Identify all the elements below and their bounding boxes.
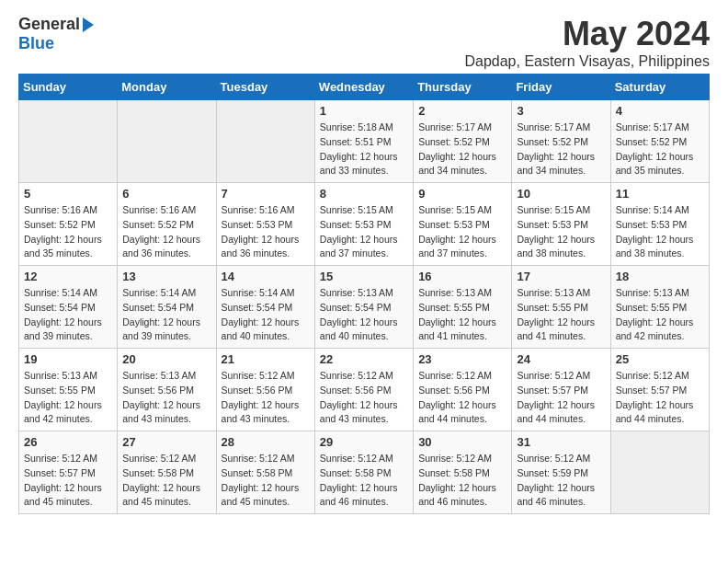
day-info: Sunrise: 5:12 AMSunset: 5:58 PMDaylight:… xyxy=(122,452,210,510)
day-cell: 22 Sunrise: 5:12 AMSunset: 5:56 PMDaylig… xyxy=(314,349,413,431)
day-cell: 19 Sunrise: 5:13 AMSunset: 5:55 PMDaylig… xyxy=(19,349,118,431)
logo-general-text: General xyxy=(18,15,80,34)
day-cell: 27 Sunrise: 5:12 AMSunset: 5:58 PMDaylig… xyxy=(118,431,216,514)
title-block: May 2024 Dapdap, Eastern Visayas, Philip… xyxy=(464,15,710,70)
calendar-body: 1 Sunrise: 5:18 AMSunset: 5:51 PMDayligh… xyxy=(19,100,710,514)
day-cell: 11 Sunrise: 5:14 AMSunset: 5:53 PMDaylig… xyxy=(610,183,709,266)
day-cell: 2 Sunrise: 5:17 AMSunset: 5:52 PMDayligh… xyxy=(414,100,512,183)
day-number: 31 xyxy=(517,435,605,449)
day-info: Sunrise: 5:17 AMSunset: 5:52 PMDaylight:… xyxy=(616,121,704,178)
day-number: 9 xyxy=(418,187,506,201)
day-number: 10 xyxy=(517,187,605,201)
day-info: Sunrise: 5:17 AMSunset: 5:52 PMDaylight:… xyxy=(517,121,605,178)
day-number: 17 xyxy=(517,270,605,283)
day-cell: 15 Sunrise: 5:13 AMSunset: 5:54 PMDaylig… xyxy=(314,266,413,349)
day-cell: 21 Sunrise: 5:12 AMSunset: 5:56 PMDaylig… xyxy=(216,349,314,431)
calendar-header: SundayMondayTuesdayWednesdayThursdayFrid… xyxy=(19,75,710,100)
day-info: Sunrise: 5:14 AMSunset: 5:54 PMDaylight:… xyxy=(122,286,210,344)
day-number: 20 xyxy=(122,352,210,366)
header-friday: Friday xyxy=(512,75,610,100)
day-cell: 6 Sunrise: 5:16 AMSunset: 5:52 PMDayligh… xyxy=(118,183,216,266)
day-info: Sunrise: 5:12 AMSunset: 5:59 PMDaylight:… xyxy=(517,452,605,510)
day-number: 22 xyxy=(320,352,408,366)
day-info: Sunrise: 5:17 AMSunset: 5:52 PMDaylight:… xyxy=(418,121,506,178)
header-thursday: Thursday xyxy=(414,75,512,100)
day-cell: 20 Sunrise: 5:13 AMSunset: 5:56 PMDaylig… xyxy=(118,349,216,431)
subtitle: Dapdap, Eastern Visayas, Philippines xyxy=(464,53,710,70)
day-number: 15 xyxy=(320,270,408,283)
calendar-table: SundayMondayTuesdayWednesdayThursdayFrid… xyxy=(18,74,710,514)
day-cell: 5 Sunrise: 5:16 AMSunset: 5:52 PMDayligh… xyxy=(19,183,118,266)
day-info: Sunrise: 5:14 AMSunset: 5:53 PMDaylight:… xyxy=(616,203,704,261)
day-cell: 29 Sunrise: 5:12 AMSunset: 5:58 PMDaylig… xyxy=(314,431,413,514)
day-cell: 30 Sunrise: 5:12 AMSunset: 5:58 PMDaylig… xyxy=(414,431,512,514)
main-title: May 2024 xyxy=(464,15,710,53)
day-number: 3 xyxy=(517,104,605,118)
day-cell: 13 Sunrise: 5:14 AMSunset: 5:54 PMDaylig… xyxy=(118,266,216,349)
day-cell: 1 Sunrise: 5:18 AMSunset: 5:51 PMDayligh… xyxy=(314,100,413,183)
day-info: Sunrise: 5:13 AMSunset: 5:55 PMDaylight:… xyxy=(418,286,506,344)
day-number: 13 xyxy=(122,270,210,283)
day-info: Sunrise: 5:12 AMSunset: 5:58 PMDaylight:… xyxy=(418,452,506,510)
day-cell: 9 Sunrise: 5:15 AMSunset: 5:53 PMDayligh… xyxy=(414,183,512,266)
day-number: 30 xyxy=(418,435,506,449)
week-row-2: 12 Sunrise: 5:14 AMSunset: 5:54 PMDaylig… xyxy=(19,266,710,349)
day-info: Sunrise: 5:16 AMSunset: 5:52 PMDaylight:… xyxy=(122,203,210,261)
day-cell: 24 Sunrise: 5:12 AMSunset: 5:57 PMDaylig… xyxy=(512,349,610,431)
day-info: Sunrise: 5:16 AMSunset: 5:52 PMDaylight:… xyxy=(24,203,112,261)
day-info: Sunrise: 5:12 AMSunset: 5:56 PMDaylight:… xyxy=(418,369,506,427)
day-cell xyxy=(610,431,709,514)
week-row-4: 26 Sunrise: 5:12 AMSunset: 5:57 PMDaylig… xyxy=(19,431,710,514)
day-info: Sunrise: 5:12 AMSunset: 5:57 PMDaylight:… xyxy=(24,452,112,510)
day-info: Sunrise: 5:16 AMSunset: 5:53 PMDaylight:… xyxy=(222,203,310,261)
day-number: 27 xyxy=(122,435,210,449)
day-number: 8 xyxy=(320,187,408,201)
day-cell: 16 Sunrise: 5:13 AMSunset: 5:55 PMDaylig… xyxy=(414,266,512,349)
day-number: 19 xyxy=(24,352,112,366)
week-row-3: 19 Sunrise: 5:13 AMSunset: 5:55 PMDaylig… xyxy=(19,349,710,431)
day-info: Sunrise: 5:13 AMSunset: 5:56 PMDaylight:… xyxy=(122,369,210,427)
day-cell: 31 Sunrise: 5:12 AMSunset: 5:59 PMDaylig… xyxy=(512,431,610,514)
day-number: 1 xyxy=(320,104,408,118)
day-number: 5 xyxy=(24,187,112,201)
day-info: Sunrise: 5:12 AMSunset: 5:57 PMDaylight:… xyxy=(517,369,605,427)
day-cell: 17 Sunrise: 5:13 AMSunset: 5:55 PMDaylig… xyxy=(512,266,610,349)
day-number: 6 xyxy=(122,187,210,201)
day-cell: 14 Sunrise: 5:14 AMSunset: 5:54 PMDaylig… xyxy=(216,266,314,349)
day-number: 7 xyxy=(222,187,310,201)
day-number: 21 xyxy=(222,352,310,366)
day-info: Sunrise: 5:13 AMSunset: 5:55 PMDaylight:… xyxy=(616,286,704,344)
day-cell: 23 Sunrise: 5:12 AMSunset: 5:56 PMDaylig… xyxy=(414,349,512,431)
day-cell xyxy=(118,100,216,183)
page-header: General Blue May 2024 Dapdap, Eastern Vi… xyxy=(18,15,710,70)
day-number: 29 xyxy=(320,435,408,449)
day-number: 26 xyxy=(24,435,112,449)
day-info: Sunrise: 5:15 AMSunset: 5:53 PMDaylight:… xyxy=(320,203,408,261)
day-info: Sunrise: 5:13 AMSunset: 5:55 PMDaylight:… xyxy=(517,286,605,344)
day-info: Sunrise: 5:12 AMSunset: 5:58 PMDaylight:… xyxy=(320,452,408,510)
header-tuesday: Tuesday xyxy=(216,75,314,100)
day-cell: 10 Sunrise: 5:15 AMSunset: 5:53 PMDaylig… xyxy=(512,183,610,266)
day-info: Sunrise: 5:12 AMSunset: 5:58 PMDaylight:… xyxy=(222,452,310,510)
header-monday: Monday xyxy=(118,75,216,100)
header-wednesday: Wednesday xyxy=(314,75,413,100)
day-info: Sunrise: 5:15 AMSunset: 5:53 PMDaylight:… xyxy=(418,203,506,261)
day-cell: 4 Sunrise: 5:17 AMSunset: 5:52 PMDayligh… xyxy=(610,100,709,183)
week-row-0: 1 Sunrise: 5:18 AMSunset: 5:51 PMDayligh… xyxy=(19,100,710,183)
day-info: Sunrise: 5:18 AMSunset: 5:51 PMDaylight:… xyxy=(320,121,408,178)
logo-arrow-icon xyxy=(83,17,94,32)
day-number: 18 xyxy=(616,270,704,283)
header-saturday: Saturday xyxy=(610,75,709,100)
day-cell: 8 Sunrise: 5:15 AMSunset: 5:53 PMDayligh… xyxy=(314,183,413,266)
day-cell: 25 Sunrise: 5:12 AMSunset: 5:57 PMDaylig… xyxy=(610,349,709,431)
day-cell xyxy=(216,100,314,183)
day-info: Sunrise: 5:14 AMSunset: 5:54 PMDaylight:… xyxy=(24,286,112,344)
day-cell: 18 Sunrise: 5:13 AMSunset: 5:55 PMDaylig… xyxy=(610,266,709,349)
logo: General Blue xyxy=(18,15,94,53)
day-cell: 28 Sunrise: 5:12 AMSunset: 5:58 PMDaylig… xyxy=(216,431,314,514)
day-number: 14 xyxy=(222,270,310,283)
day-info: Sunrise: 5:13 AMSunset: 5:55 PMDaylight:… xyxy=(24,369,112,427)
day-number: 2 xyxy=(418,104,506,118)
header-sunday: Sunday xyxy=(19,75,118,100)
day-info: Sunrise: 5:15 AMSunset: 5:53 PMDaylight:… xyxy=(517,203,605,261)
